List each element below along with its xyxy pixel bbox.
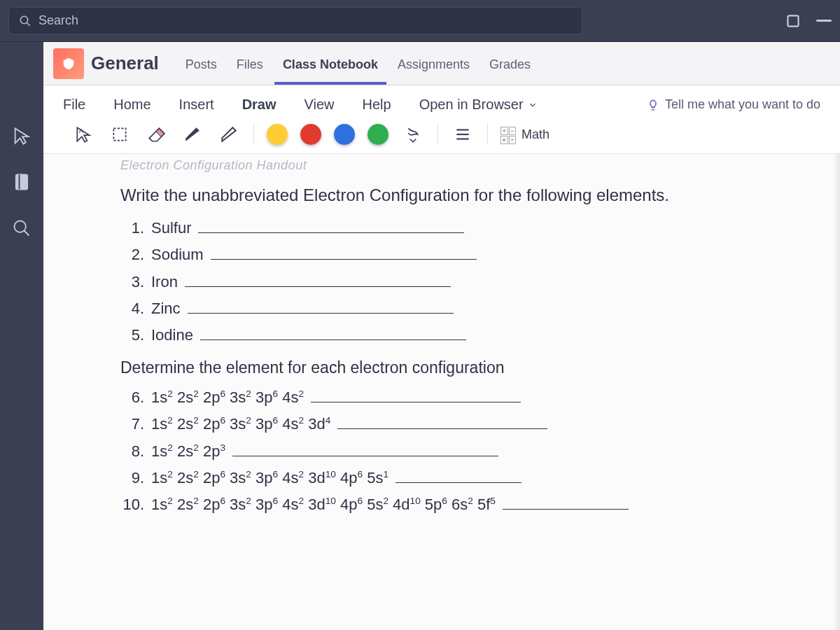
channel-tab-class-notebook[interactable]: Class Notebook [274,50,386,85]
question-number: 5. [120,326,144,344]
rail-search-icon[interactable] [12,218,31,241]
question-text: Zinc [151,300,181,318]
channel-tab-files[interactable]: Files [228,50,272,85]
pen-tool-1[interactable] [181,122,204,146]
channel-tab-assignments[interactable]: Assignments [389,50,478,85]
instruction-heading-2: Determine the element for each electron … [120,358,784,377]
question-row: 10.1s2 2s2 2p6 3s2 3p6 4s2 3d10 4p6 5s2 … [120,493,784,514]
channel-tab-posts[interactable]: Posts [177,50,225,85]
instruction-heading-1: Write the unabbreviated Electron Configu… [120,186,784,205]
pen-tool-2[interactable] [217,122,241,146]
answer-blank[interactable] [185,270,451,286]
eraser-tool[interactable] [144,122,168,146]
answer-blank[interactable] [188,297,454,314]
menu-home[interactable]: Home [113,97,150,113]
ink-dropdown[interactable] [401,122,425,146]
open-in-browser-label: Open in Browser [419,97,524,113]
electron-config: 1s2 2s2 2p6 3s2 3p6 4s2 3d10 4p6 5s2 4d1… [151,496,496,514]
menu-view[interactable]: View [304,97,335,113]
math-icon: +−×÷ [500,127,516,142]
question-row: 2.Sodium [120,243,784,264]
menu-insert[interactable]: Insert [179,97,214,113]
question-list-2: 6.1s2 2s2 2p6 3s2 3p6 4s27.1s2 2s2 2p6 3… [120,386,784,514]
question-list-1: 1.Sulfur2.Sodium3.Iron4.Zinc5.Iodine [120,216,784,344]
question-number: 6. [120,388,144,407]
color-green[interactable] [368,124,388,145]
question-row: 9.1s2 2s2 2p6 3s2 3p6 4s2 3d10 4p6 5s1 [120,466,784,487]
answer-blank[interactable] [198,216,464,233]
svg-point-5 [15,221,26,232]
menu-file[interactable]: File [63,97,85,113]
search-placeholder: Search [38,13,78,28]
electron-config: 1s2 2s2 2p6 3s2 3p6 4s2 3d4 [151,415,330,433]
question-number: 9. [120,469,144,487]
channel-tabs: PostsFilesClass NotebookAssignmentsGrade… [177,42,539,85]
toolbar-divider [253,124,254,145]
search-icon [19,15,31,27]
chevron-down-icon [528,100,538,110]
question-row: 6.1s2 2s2 2p6 3s2 3p6 4s2 [120,386,784,407]
answer-blank[interactable] [311,386,521,402]
question-row: 4.Zinc [120,297,784,318]
answer-blank[interactable] [396,466,522,483]
math-label: Math [522,127,550,142]
svg-point-0 [20,16,28,24]
toolbar-divider [487,124,488,145]
electron-config: 1s2 2s2 2p6 3s2 3p6 4s2 [151,388,304,407]
question-row: 3.Iron [120,270,784,290]
electron-config: 1s2 2s2 2p6 3s2 3p6 4s2 3d10 4p6 5s1 [151,469,388,487]
question-row: 7.1s2 2s2 2p6 3s2 3p6 4s2 3d4 [120,412,784,433]
svg-rect-2 [788,15,798,26]
question-number: 7. [120,415,144,433]
question-text: Sulfur [151,219,191,237]
answer-blank[interactable] [200,323,466,340]
electron-config: 1s2 2s2 2p3 [151,442,225,461]
shadow-edge [833,154,840,630]
math-button[interactable]: +−×÷ Math [500,127,550,142]
open-in-browser-button[interactable]: Open in Browser [419,97,538,113]
channel-tab-grades[interactable]: Grades [481,50,539,85]
answer-blank[interactable] [232,439,498,456]
question-row: 8.1s2 2s2 2p3 [120,439,784,460]
question-text: Sodium [151,246,204,264]
question-row: 1.Sulfur [120,216,784,237]
lasso-tool[interactable] [108,122,132,146]
cutoff-title: Electron Configuration Handout [120,158,784,173]
question-number: 10. [120,496,144,514]
text-select-tool[interactable]: A [71,122,95,146]
rail-notebook-icon[interactable] [12,172,31,195]
lightbulb-icon [647,99,659,111]
svg-rect-8 [113,128,125,140]
toolbar-divider [438,124,438,145]
color-blue[interactable] [334,124,355,145]
paragraph-dropdown[interactable] [451,122,475,146]
answer-blank[interactable] [337,412,547,429]
channel-title: General [91,52,159,74]
menu-draw[interactable]: Draw [242,97,276,113]
question-text: Iodine [151,326,193,344]
answer-blank[interactable] [211,243,477,260]
channel-avatar [53,48,84,79]
answer-blank[interactable] [503,493,629,510]
svg-text:A: A [79,127,84,134]
tell-me-search[interactable]: Tell me what you want to do [647,97,820,112]
global-search[interactable]: Search [8,7,582,34]
question-number: 8. [120,442,144,461]
color-red[interactable] [300,124,321,145]
svg-line-1 [27,22,30,26]
question-text: Iron [151,273,178,291]
window-dash-icon[interactable] [816,20,832,22]
ribbon-menu: FileHomeInsertDrawViewHelp Open in Brows… [43,85,840,120]
question-number: 2. [120,246,144,264]
question-number: 1. [120,219,144,237]
rail-cursor-icon[interactable] [12,126,31,148]
question-number: 4. [120,300,144,318]
question-number: 3. [120,273,144,291]
question-row: 5.Iodine [120,323,784,344]
svg-rect-3 [16,175,27,190]
menu-help[interactable]: Help [363,97,391,113]
color-yellow[interactable] [267,124,288,145]
tell-me-label: Tell me what you want to do [665,97,820,112]
svg-line-6 [24,231,29,236]
window-control-icon[interactable] [781,9,805,33]
